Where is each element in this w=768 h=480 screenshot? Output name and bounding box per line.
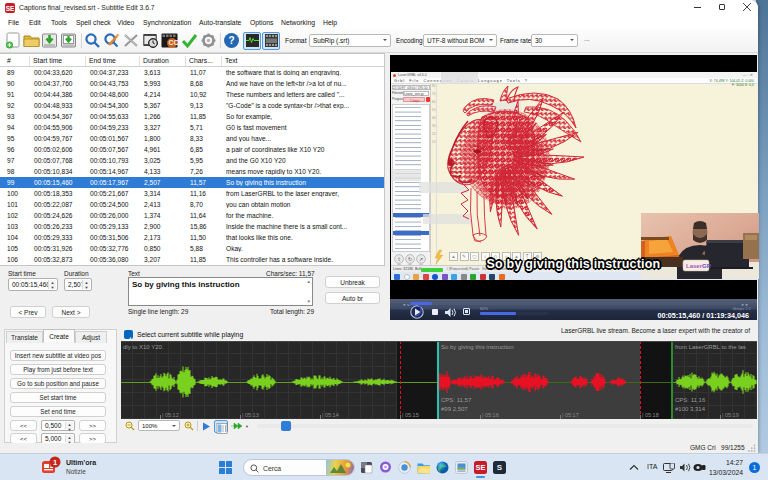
svg-text:1: 1 [53, 458, 57, 467]
svg-text:CC: CC [169, 39, 179, 46]
svg-text:SE: SE [6, 5, 15, 12]
svg-text:?: ? [228, 35, 234, 46]
